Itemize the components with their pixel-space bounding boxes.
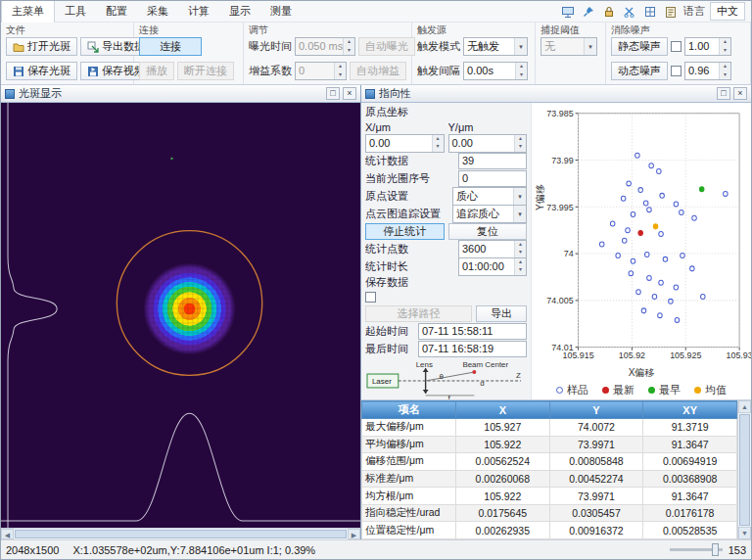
points-count-value: 3600 [459, 241, 514, 257]
save-spot-button[interactable]: 保存光斑 [6, 62, 77, 80]
origin-setting-dropdown-icon[interactable]: ▾ [513, 188, 526, 205]
threshold-dropdown-icon[interactable]: ▾ [584, 38, 596, 55]
static-noise-checkbox[interactable] [671, 41, 682, 52]
table-vertical-scrollbar[interactable]: ▲ ▼ [737, 400, 751, 539]
static-noise-spin-arrows[interactable]: ▴▾ [719, 38, 730, 55]
scroll-right-icon[interactable]: ▶ [348, 529, 360, 539]
origin-setting-select[interactable]: 质心 ▾ [452, 187, 527, 206]
scatter-plot: Y偏移 105.915105.92105.925105.9373.98573.9… [532, 103, 751, 366]
chart-legend: 样品最新最早均值 [532, 380, 751, 399]
value-cell: 73.9971 [549, 488, 643, 505]
value-cell: 0.0176178 [643, 504, 737, 522]
static-noise-button[interactable]: 静态噪声 [611, 37, 668, 56]
menu-tab-measure[interactable]: 测量 [260, 1, 302, 23]
value-cell: 91.3647 [643, 488, 737, 505]
origin-y-arrows[interactable]: ▴▾ [514, 135, 526, 152]
dynamic-noise-button[interactable]: 动态噪声 [611, 62, 668, 80]
scrollbar-thumb[interactable] [15, 530, 347, 538]
status-bar: 2048x1500 X:1.035578e+02um,Y:7.884106e+0… [1, 539, 751, 559]
origin-x-spinner[interactable]: 0.00 ▴▾ [365, 134, 445, 153]
monitor-icon[interactable] [560, 4, 576, 20]
trigger-mode-select[interactable]: 无触发 ▾ [463, 37, 528, 56]
menu-tab-display[interactable]: 显示 [219, 1, 260, 23]
menu-tab-main[interactable]: 主菜单 [1, 0, 55, 23]
origin-y-spinner[interactable]: 0.00 ▴▾ [448, 134, 528, 153]
close-panel-icon[interactable]: × [343, 87, 356, 100]
legend-dot [694, 387, 701, 394]
app-window: 主菜单 工具 配置 采集 计算 显示 测量 语言 [0, 0, 752, 560]
origin-x-arrows[interactable]: ▴▾ [432, 135, 444, 152]
origin-x-value: 0.00 [366, 135, 432, 152]
svg-text:74: 74 [564, 249, 574, 258]
save-data-checkbox[interactable] [365, 292, 376, 303]
col-header-y[interactable]: Y [549, 401, 643, 419]
gain-spinner[interactable]: 0 ▴▾ [295, 62, 347, 80]
horizontal-scrollbar[interactable]: ◀ ▶ [1, 528, 360, 539]
menu-tab-config[interactable]: 配置 [96, 1, 137, 23]
auto-exposure-button[interactable]: 自动曝光 [358, 37, 415, 56]
svg-text:73.995: 73.995 [546, 202, 573, 211]
float-panel-icon[interactable]: □ [717, 87, 730, 100]
connect-button[interactable]: 连接 [139, 37, 202, 56]
trigger-mode-dropdown-icon[interactable]: ▾ [514, 38, 527, 55]
float-panel-icon[interactable]: □ [326, 87, 340, 100]
trigger-interval-spinner[interactable]: 0.00s ▴▾ [463, 62, 528, 80]
trigger-mode-label: 触发模式 [417, 39, 460, 54]
play-button[interactable]: 播放 [139, 62, 174, 80]
trigger-mode-value: 无触发 [464, 37, 514, 56]
gain-spin-arrows[interactable]: ▴▾ [334, 63, 346, 79]
cloud-track-dropdown-icon[interactable]: ▾ [513, 206, 526, 222]
choose-path-button[interactable]: 选择路径 [365, 305, 472, 322]
value-cell: 105.922 [456, 436, 550, 453]
col-header-xy[interactable]: XY [643, 401, 737, 419]
dynamic-noise-spin-arrows[interactable]: ▴▾ [719, 63, 730, 79]
auto-gain-button[interactable]: 自动增益 [350, 62, 406, 80]
points-count-arrows[interactable]: ▴▾ [514, 241, 526, 257]
end-time-label: 最后时间 [365, 342, 414, 356]
dynamic-noise-checkbox[interactable] [671, 66, 682, 76]
zoom-slider[interactable] [670, 548, 723, 551]
threshold-select[interactable]: 无 ▾ [540, 37, 597, 56]
menu-tab-acquire[interactable]: 采集 [137, 1, 178, 23]
slider-thumb[interactable] [712, 543, 719, 556]
exposure-spin-arrows[interactable]: ▴▾ [343, 38, 354, 55]
distance-d-label: d [480, 379, 484, 388]
col-header-item[interactable]: 项名 [362, 401, 456, 419]
stop-statistics-button[interactable]: 停止统计 [365, 223, 445, 240]
scroll-up-icon[interactable]: ▲ [738, 400, 751, 413]
pin-icon[interactable] [581, 4, 596, 20]
trigger-interval-spin-arrows[interactable]: ▴▾ [515, 63, 527, 79]
value-cell: 91.3719 [643, 419, 737, 437]
value-cell: 0.0305457 [549, 504, 643, 522]
scroll-down-icon[interactable]: ▼ [738, 527, 751, 539]
scissors-icon[interactable] [622, 4, 637, 20]
grid-icon[interactable] [642, 4, 658, 20]
close-panel-icon[interactable]: × [733, 87, 747, 100]
duration-spinner[interactable]: 01:00:00 ▴▾ [458, 257, 527, 276]
cursor-coords-text: X:1.035578e+02um,Y:7.884106e+01um I:1; 0… [72, 544, 315, 556]
points-count-spinner[interactable]: 3600 ▴▾ [458, 240, 527, 258]
scrollbar-thumb[interactable] [739, 414, 750, 526]
open-spot-button[interactable]: 打开光斑 [6, 37, 77, 56]
svg-text:74.005: 74.005 [546, 296, 573, 305]
menu-tab-calc[interactable]: 计算 [178, 1, 219, 23]
dynamic-noise-spinner[interactable]: 0.96 ▴▾ [684, 62, 731, 80]
cloud-track-select[interactable]: 追踪质心 ▾ [452, 205, 527, 223]
language-select[interactable]: 中文 [710, 2, 745, 21]
manual-book-icon[interactable] [663, 4, 679, 20]
exposure-spinner[interactable]: 0.050 ms ▴▾ [295, 37, 355, 56]
disconnect-button[interactable]: 断开连接 [177, 62, 234, 80]
dynamic-noise-value: 0.96 [685, 63, 719, 79]
lock-icon[interactable] [601, 4, 617, 20]
reset-button[interactable]: 复位 [448, 223, 528, 240]
table-row: 最大偏移/μm105.92774.007291.3719 [362, 419, 737, 437]
static-noise-spinner[interactable]: 1.00 ▴▾ [684, 37, 731, 56]
value-cell: 74.0072 [549, 419, 643, 437]
duration-arrows[interactable]: ▴▾ [514, 258, 526, 275]
scroll-left-icon[interactable]: ◀ [1, 529, 14, 539]
row-label-cell: 标准差/μm [362, 470, 456, 488]
col-header-x[interactable]: X [456, 401, 550, 419]
menu-tab-tools[interactable]: 工具 [55, 1, 96, 23]
export-button[interactable]: 导出 [476, 305, 527, 322]
pointing-panel-title: 指向性 [379, 86, 411, 101]
